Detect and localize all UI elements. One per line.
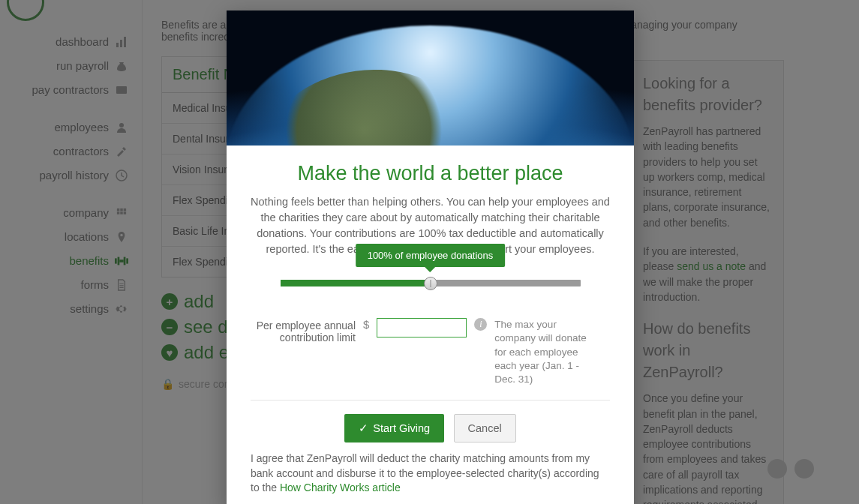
charity-modal: Make the world a better place Nothing fe… [227,10,634,504]
contribution-limit-input[interactable] [377,318,467,338]
donation-match-slider[interactable] [281,280,581,286]
dollar-sign: $ [363,318,369,331]
limit-label: Per employee annual contribution limit [251,318,356,344]
cancel-button[interactable]: Cancel [454,414,516,442]
button-label: Start Giving [373,422,430,434]
slider-thumb[interactable] [424,277,437,290]
info-icon[interactable]: i [474,318,487,331]
start-giving-button[interactable]: ✓ Start Giving [344,414,444,442]
agreement-text: I agree that ZenPayroll will deduct the … [227,447,634,496]
hero-image [227,10,634,146]
check-icon: ✓ [359,422,368,434]
limit-help-text: The max your company will donate for eac… [494,318,599,386]
button-label: Cancel [468,422,502,434]
slider-tooltip: 100% of employee donations [356,244,506,267]
modal-title: Make the world a better place [251,162,610,185]
slider-fill [281,280,431,286]
how-charity-works-link[interactable]: How Charity Works article [280,482,401,494]
